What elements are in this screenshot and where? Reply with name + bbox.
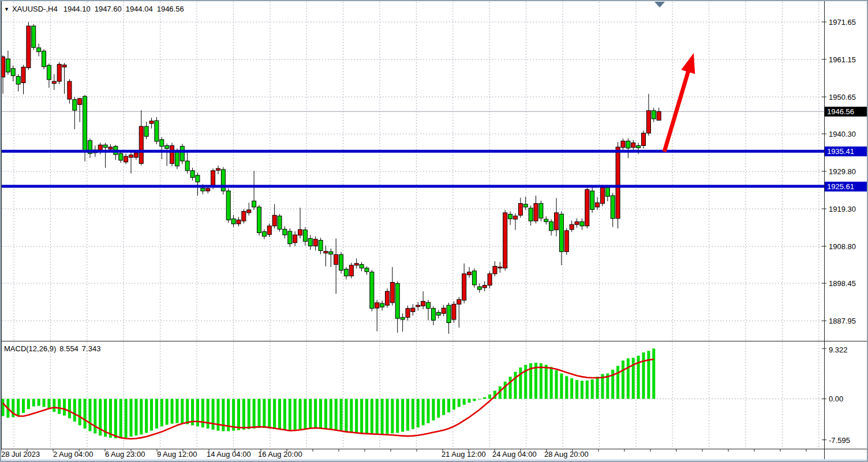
time-axis-label: 2 Aug 04:00: [53, 450, 93, 459]
symbol-marker-icon: ▼: [4, 6, 9, 12]
price-axis-label: 1929.80: [829, 167, 856, 176]
price-axis-label: 1950.65: [829, 93, 856, 102]
macd-layer: [2, 348, 656, 438]
time-axis-label: 21 Aug 12:00: [442, 450, 486, 459]
time-axis-label: 9 Aug 12:00: [157, 450, 197, 459]
time-axis-label: 6 Aug 23:00: [105, 450, 145, 459]
macd-main-value: 8.554: [59, 344, 78, 353]
current-price-tag: 1946.56: [825, 107, 868, 117]
time-axis-label: 16 Aug 20:00: [258, 450, 302, 459]
time-axis-label: 24 Aug 04:00: [492, 450, 537, 459]
quote-open: 1944.10: [63, 5, 91, 13]
window-bottom-edge: [0, 459, 868, 462]
price-axis-label: 1908.80: [829, 242, 856, 251]
macd-axis-label: 0.00: [829, 395, 843, 403]
trend-arrow[interactable]: [664, 53, 695, 152]
price-axis-label: 1940.30: [829, 130, 856, 138]
level-price-tag[interactable]: 1925.61: [825, 182, 868, 191]
quote-high: 1947.60: [95, 5, 122, 13]
time-axis-label: 28 Aug 20:00: [544, 450, 589, 459]
price-axis-label: 1971.65: [829, 18, 856, 27]
chart-window: ▼XAUUSD-,H41944.101947.601944.041946.56 …: [0, 0, 868, 462]
price-axis-label: 1887.95: [829, 317, 856, 325]
macd-axis-label: 9.322: [829, 345, 848, 354]
candles-layer: [1, 22, 661, 333]
price-axis-label: 1961.15: [829, 55, 856, 64]
level-price-tag[interactable]: 1935.41: [825, 147, 868, 156]
price-chart-canvas[interactable]: [0, 0, 868, 462]
macd-indicator-header: MACD(12,26,9)8.5547.343: [4, 344, 104, 353]
chart-header: ▼XAUUSD-,H41944.101947.601944.041946.56: [4, 5, 188, 13]
quote-low: 1944.04: [126, 5, 153, 13]
macd-axis-label: -7.595: [829, 436, 850, 445]
quote-close: 1946.56: [157, 5, 184, 13]
macd-name-label: MACD(12,26,9): [4, 344, 56, 353]
grid-layer: [2, 2, 824, 448]
down-triangle-marker-icon[interactable]: [654, 2, 665, 7]
price-axis-label: 1898.45: [829, 279, 856, 288]
macd-signal-value: 7.343: [82, 344, 101, 353]
time-axis-label: 28 Jul 2023: [1, 450, 40, 459]
price-axis-label: 1919.30: [829, 205, 856, 213]
time-axis-label: 14 Aug 04:00: [207, 450, 251, 459]
symbol-timeframe-label: XAUUSD-,H4: [12, 5, 58, 13]
axis-lines: [1, 1, 867, 459]
